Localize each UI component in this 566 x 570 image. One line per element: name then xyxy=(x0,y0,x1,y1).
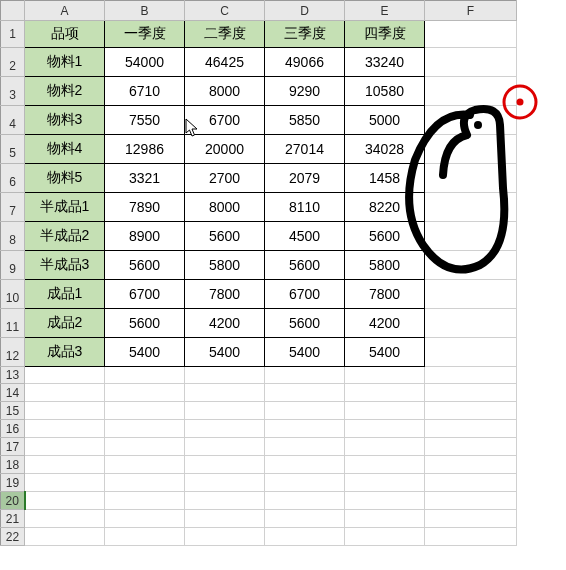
data-cell[interactable]: 2700 xyxy=(185,164,265,193)
cell[interactable] xyxy=(185,492,265,510)
table-header[interactable]: 一季度 xyxy=(105,21,185,48)
data-cell[interactable]: 6700 xyxy=(185,106,265,135)
data-cell[interactable]: 46425 xyxy=(185,48,265,77)
cell[interactable] xyxy=(425,438,517,456)
cell[interactable] xyxy=(25,456,105,474)
row-header-20[interactable]: 20 xyxy=(1,492,25,510)
cell[interactable] xyxy=(25,367,105,384)
cell[interactable] xyxy=(265,510,345,528)
cell[interactable] xyxy=(265,456,345,474)
cell[interactable] xyxy=(265,528,345,546)
row-label[interactable]: 物料5 xyxy=(25,164,105,193)
cell[interactable] xyxy=(265,492,345,510)
cell[interactable] xyxy=(25,528,105,546)
col-header-E[interactable]: E xyxy=(345,1,425,21)
cell[interactable] xyxy=(265,384,345,402)
cell[interactable] xyxy=(425,48,517,77)
data-cell[interactable]: 4200 xyxy=(185,309,265,338)
cell[interactable] xyxy=(425,402,517,420)
data-cell[interactable]: 6710 xyxy=(105,77,185,106)
row-header-22[interactable]: 22 xyxy=(1,528,25,546)
row-header-2[interactable]: 2 xyxy=(1,48,25,77)
data-cell[interactable]: 33240 xyxy=(345,48,425,77)
cell[interactable] xyxy=(425,21,517,48)
cell[interactable] xyxy=(25,384,105,402)
cell[interactable] xyxy=(425,251,517,280)
col-header-B[interactable]: B xyxy=(105,1,185,21)
cell[interactable] xyxy=(425,222,517,251)
data-cell[interactable]: 5600 xyxy=(105,309,185,338)
cell[interactable] xyxy=(185,474,265,492)
row-label[interactable]: 物料4 xyxy=(25,135,105,164)
data-cell[interactable]: 2079 xyxy=(265,164,345,193)
row-header-1[interactable]: 1 xyxy=(1,21,25,48)
col-header-C[interactable]: C xyxy=(185,1,265,21)
data-cell[interactable]: 5000 xyxy=(345,106,425,135)
cell[interactable] xyxy=(105,420,185,438)
spreadsheet-grid[interactable]: ABCDEF1品项一季度二季度三季度四季度2物料1540004642549066… xyxy=(0,0,517,546)
data-cell[interactable]: 5600 xyxy=(185,222,265,251)
data-cell[interactable]: 27014 xyxy=(265,135,345,164)
row-header-17[interactable]: 17 xyxy=(1,438,25,456)
row-header-3[interactable]: 3 xyxy=(1,77,25,106)
cell[interactable] xyxy=(105,492,185,510)
cell[interactable] xyxy=(425,106,517,135)
row-label[interactable]: 成品2 xyxy=(25,309,105,338)
data-cell[interactable]: 3321 xyxy=(105,164,185,193)
data-cell[interactable]: 10580 xyxy=(345,77,425,106)
data-cell[interactable]: 6700 xyxy=(265,280,345,309)
row-header-5[interactable]: 5 xyxy=(1,135,25,164)
col-header-F[interactable]: F xyxy=(425,1,517,21)
cell[interactable] xyxy=(425,77,517,106)
cell[interactable] xyxy=(425,420,517,438)
cell[interactable] xyxy=(345,384,425,402)
data-cell[interactable]: 54000 xyxy=(105,48,185,77)
cell[interactable] xyxy=(25,492,105,510)
cell[interactable] xyxy=(265,474,345,492)
cell[interactable] xyxy=(105,402,185,420)
col-header-A[interactable]: A xyxy=(25,1,105,21)
cell[interactable] xyxy=(425,193,517,222)
cell[interactable] xyxy=(185,456,265,474)
cell[interactable] xyxy=(105,510,185,528)
cell[interactable] xyxy=(345,420,425,438)
cell[interactable] xyxy=(25,420,105,438)
data-cell[interactable]: 8110 xyxy=(265,193,345,222)
cell[interactable] xyxy=(425,367,517,384)
cell[interactable] xyxy=(425,338,517,367)
row-header-9[interactable]: 9 xyxy=(1,251,25,280)
data-cell[interactable]: 1458 xyxy=(345,164,425,193)
cell[interactable] xyxy=(185,367,265,384)
cell[interactable] xyxy=(345,474,425,492)
cell[interactable] xyxy=(185,384,265,402)
row-label[interactable]: 成品3 xyxy=(25,338,105,367)
cell[interactable] xyxy=(425,474,517,492)
select-all-corner[interactable] xyxy=(1,1,25,21)
row-header-6[interactable]: 6 xyxy=(1,164,25,193)
table-header[interactable]: 四季度 xyxy=(345,21,425,48)
cell[interactable] xyxy=(25,474,105,492)
row-header-11[interactable]: 11 xyxy=(1,309,25,338)
data-cell[interactable]: 5850 xyxy=(265,106,345,135)
data-cell[interactable]: 49066 xyxy=(265,48,345,77)
col-header-D[interactable]: D xyxy=(265,1,345,21)
row-header-10[interactable]: 10 xyxy=(1,280,25,309)
row-label[interactable]: 物料2 xyxy=(25,77,105,106)
row-header-14[interactable]: 14 xyxy=(1,384,25,402)
cell[interactable] xyxy=(425,510,517,528)
row-header-21[interactable]: 21 xyxy=(1,510,25,528)
row-header-4[interactable]: 4 xyxy=(1,106,25,135)
data-cell[interactable]: 7890 xyxy=(105,193,185,222)
cell[interactable] xyxy=(25,438,105,456)
cell[interactable] xyxy=(185,402,265,420)
row-header-13[interactable]: 13 xyxy=(1,367,25,384)
data-cell[interactable]: 5600 xyxy=(265,251,345,280)
data-cell[interactable]: 20000 xyxy=(185,135,265,164)
row-header-16[interactable]: 16 xyxy=(1,420,25,438)
data-cell[interactable]: 5600 xyxy=(105,251,185,280)
data-cell[interactable]: 7800 xyxy=(185,280,265,309)
cell[interactable] xyxy=(105,367,185,384)
cell[interactable] xyxy=(265,420,345,438)
cell[interactable] xyxy=(345,367,425,384)
data-cell[interactable]: 5600 xyxy=(345,222,425,251)
